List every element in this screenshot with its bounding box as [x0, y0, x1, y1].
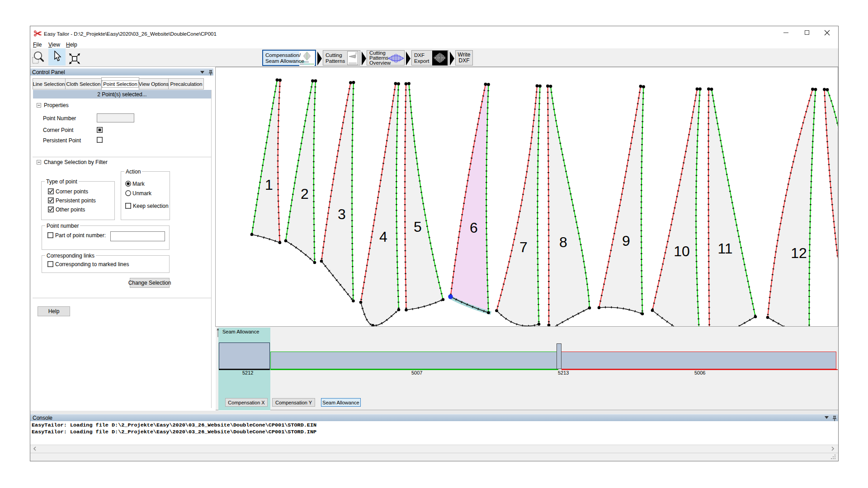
svg-text:10: 10 — [674, 243, 690, 259]
svg-text:6: 6 — [470, 220, 478, 236]
svg-text:9: 9 — [622, 233, 630, 249]
svg-text:4: 4 — [379, 229, 387, 245]
svg-text:8: 8 — [559, 234, 567, 250]
svg-text:3: 3 — [338, 206, 346, 222]
svg-text:5: 5 — [414, 219, 422, 235]
svg-text:12: 12 — [791, 245, 807, 261]
svg-text:1: 1 — [265, 177, 273, 193]
svg-text:11: 11 — [717, 240, 732, 257]
svg-text:2: 2 — [301, 186, 309, 202]
svg-text:7: 7 — [519, 239, 528, 255]
